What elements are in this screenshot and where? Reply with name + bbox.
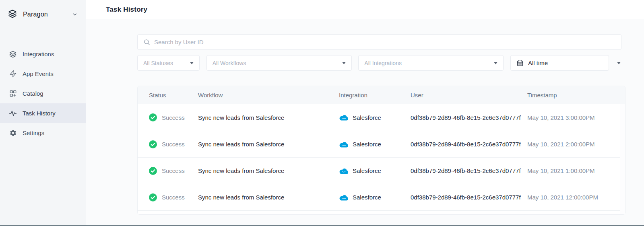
sidebar-item-label: App Events — [23, 70, 54, 77]
sidebar-item-label: Task History — [23, 110, 56, 117]
table-row[interactable]: Success Sync new leads from Salesforce S… — [138, 184, 625, 210]
workspace-name: Paragon — [23, 11, 48, 18]
caret-down-icon — [494, 62, 497, 64]
salesforce-cloud-icon — [339, 167, 349, 175]
filter-row: All Statuses All Workflows All Integrati… — [137, 55, 621, 71]
table-row[interactable]: Success Sync new leads from Salesforce S… — [138, 131, 625, 157]
task-history-table: Status Workflow Integration User Timesta… — [137, 86, 625, 215]
sidebar-item-task-history[interactable]: Task History — [0, 103, 86, 123]
integration-cell: Salesforce — [339, 141, 411, 148]
workflow-filter-select[interactable]: All Workflows — [206, 55, 352, 71]
table-body: Success Sync new leads from Salesforce S… — [138, 104, 625, 210]
check-circle-icon — [149, 167, 157, 175]
search-icon — [143, 39, 150, 45]
integration-cell: Salesforce — [339, 114, 411, 121]
status-cell: Success — [149, 167, 198, 175]
table-row[interactable]: Success Sync new leads from Salesforce S… — [138, 157, 625, 184]
integration-label: Salesforce — [353, 167, 381, 174]
integration-label: Salesforce — [353, 114, 381, 121]
grid-plus-icon — [9, 90, 17, 98]
table-header-row: Status Workflow Integration User Timesta… — [138, 86, 625, 104]
sidebar-item-app-events[interactable]: App Events — [0, 64, 86, 84]
check-circle-icon — [149, 193, 157, 201]
integration-cell: Salesforce — [339, 194, 411, 201]
salesforce-cloud-icon — [339, 194, 349, 201]
gear-icon — [9, 129, 17, 137]
column-header-integration: Integration — [339, 92, 411, 99]
status-cell: Success — [149, 140, 198, 148]
timestamp-cell: May 10, 2021 3:00:00PM — [527, 114, 619, 121]
caret-down-icon[interactable] — [617, 62, 621, 64]
user-cell: 0df38b79-2d89-46fb-8e15-2c6e37d0777f — [411, 167, 527, 174]
workflow-cell: Sync new leads from Salesforce — [198, 167, 339, 174]
layers-icon — [9, 50, 17, 58]
timestamp-cell: May 10, 2021 12:00:00PM — [527, 194, 619, 201]
search-input[interactable] — [154, 39, 615, 45]
paragon-logo-icon — [7, 9, 18, 20]
partial-next-row — [138, 210, 625, 215]
integration-label: Salesforce — [353, 141, 381, 148]
salesforce-cloud-icon — [339, 114, 349, 121]
time-filter: All time — [510, 55, 621, 71]
zap-icon — [9, 70, 17, 78]
sidebar-item-catalog[interactable]: Catalog — [0, 84, 86, 103]
timestamp-cell: May 10, 2021 2:00:00PM — [527, 141, 619, 148]
user-cell: 0df38b79-2d89-46fb-8e15-2c6e37d0777f — [411, 114, 527, 121]
column-header-user: User — [411, 92, 527, 99]
workflow-cell: Sync new leads from Salesforce — [198, 141, 339, 148]
salesforce-cloud-icon — [339, 141, 349, 148]
workflow-cell: Sync new leads from Salesforce — [198, 114, 339, 121]
calendar-icon — [516, 60, 524, 67]
caret-down-icon — [190, 62, 194, 64]
status-cell: Success — [149, 113, 198, 121]
chevron-down-icon — [72, 12, 78, 17]
column-header-status: Status — [149, 92, 198, 99]
table-row[interactable]: Success Sync new leads from Salesforce S… — [138, 104, 625, 131]
caret-down-icon — [342, 62, 346, 64]
check-circle-icon — [149, 113, 157, 121]
sidebar-item-settings[interactable]: Settings — [0, 123, 86, 143]
time-filter-select[interactable]: All time — [510, 55, 609, 71]
sidebar: Paragon Integrations — [0, 0, 86, 226]
status-cell: Success — [149, 193, 198, 201]
column-header-workflow: Workflow — [198, 92, 339, 99]
workflow-filter-value: All Workflows — [213, 60, 246, 66]
integration-filter-select[interactable]: All Integrations — [358, 55, 504, 71]
status-label: Success — [162, 114, 185, 121]
sidebar-item-integrations[interactable]: Integrations — [0, 44, 86, 64]
table-scrollbar[interactable] — [620, 104, 625, 214]
page-header: Task History — [86, 0, 644, 19]
workspace-switcher[interactable]: Paragon — [0, 0, 86, 23]
sidebar-item-label: Catalog — [23, 90, 43, 97]
integration-filter-value: All Integrations — [364, 60, 402, 66]
sidebar-nav: Integrations App Events — [0, 44, 86, 143]
timestamp-cell: May 10, 2021 1:00:00PM — [527, 167, 619, 174]
content: All Statuses All Workflows All Integrati… — [86, 19, 644, 215]
search-bar — [137, 34, 621, 50]
user-cell: 0df38b79-2d89-46fb-8e15-2c6e37d0777f — [411, 141, 527, 148]
integration-cell: Salesforce — [339, 167, 411, 175]
main-area: Task History All Statuses — [86, 0, 644, 226]
workflow-cell: Sync new leads from Salesforce — [198, 194, 339, 201]
status-label: Success — [162, 194, 185, 201]
status-filter-select[interactable]: All Statuses — [137, 55, 200, 71]
activity-icon — [9, 109, 17, 117]
status-label: Success — [162, 167, 185, 174]
time-filter-value: All time — [528, 60, 548, 66]
check-circle-icon — [149, 140, 157, 148]
app-window: Paragon Integrations — [0, 0, 644, 226]
sidebar-item-label: Settings — [23, 129, 44, 136]
page-title: Task History — [106, 6, 147, 14]
column-header-timestamp: Timestamp — [527, 92, 625, 99]
user-cell: 0df38b79-2d89-46fb-8e15-2c6e37d0777f — [411, 194, 527, 201]
status-filter-value: All Statuses — [143, 60, 173, 66]
integration-label: Salesforce — [353, 194, 381, 201]
sidebar-item-label: Integrations — [23, 51, 54, 58]
status-label: Success — [162, 141, 185, 148]
